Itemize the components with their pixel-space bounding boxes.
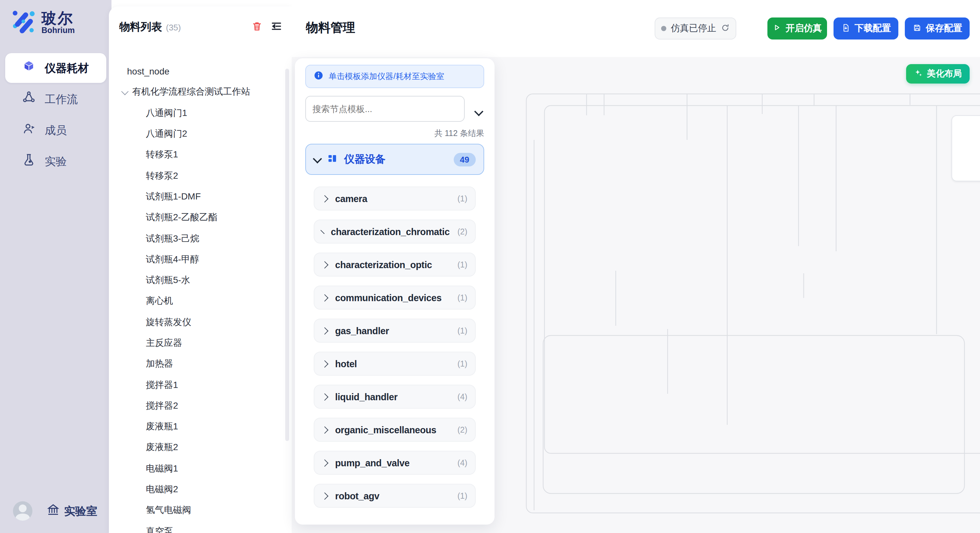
- tree-item-20[interactable]: 真空泵: [109, 521, 285, 533]
- category-list: camera(1)characterization_chromatic(2)ch…: [314, 187, 476, 517]
- chevron-right-icon: [321, 393, 329, 401]
- avatar[interactable]: [13, 501, 32, 521]
- category-row-organic_miscellaneous[interactable]: organic_miscellaneous(2): [314, 418, 476, 442]
- chevron-right-icon: [321, 459, 329, 466]
- category-row-gas_handler[interactable]: gas_handler(1): [314, 319, 476, 343]
- materials-scrollbar[interactable]: [285, 69, 289, 441]
- chevron-right-icon: [321, 195, 329, 202]
- experiments-icon: [22, 153, 36, 170]
- chevron-right-icon: [321, 360, 329, 368]
- tree-item-19[interactable]: 氢气电磁阀: [109, 500, 285, 521]
- materials-count: (35): [166, 22, 181, 32]
- trash-icon[interactable]: [251, 21, 262, 34]
- collapse-list-icon[interactable]: [270, 20, 283, 35]
- chevron-right-icon: [321, 426, 329, 434]
- tree-item-4[interactable]: 试剂瓶1-DMF: [109, 187, 285, 208]
- category-instruments-header[interactable]: 仪器设备 49: [305, 144, 484, 175]
- beautify-layout-button[interactable]: 美化布局: [906, 64, 970, 84]
- category-row-robot_agv[interactable]: robot_agv(1): [314, 484, 476, 508]
- bohrium-logo-icon: [10, 8, 36, 37]
- sidebar-item-workflow[interactable]: 工作流: [5, 84, 106, 114]
- sim-status-pill[interactable]: 仿真已停止: [655, 17, 736, 40]
- chevron-right-icon: [321, 294, 329, 301]
- materials-title: 物料列表: [119, 20, 162, 34]
- result-count: 共 112 条结果: [434, 128, 484, 139]
- search-input[interactable]: [305, 96, 465, 122]
- tree-item-9[interactable]: 离心机: [109, 291, 285, 312]
- tree-item-15[interactable]: 废液瓶1: [109, 416, 285, 438]
- collapse-all-icon[interactable]: [475, 106, 482, 118]
- grid-icon: [327, 152, 338, 166]
- tree-item-1[interactable]: 八通阀门2: [109, 124, 285, 145]
- start-simulation-button[interactable]: 开启仿真: [767, 17, 827, 40]
- category-row-camera[interactable]: camera(1): [314, 187, 476, 211]
- info-icon: [314, 71, 323, 82]
- main-header: 物料管理 仿真已停止 开启仿真 下载配置: [292, 0, 980, 57]
- category-row-liquid_handler[interactable]: liquid_handler(4): [314, 385, 476, 409]
- logo-en: Bohrium: [41, 26, 75, 35]
- category-count-badge: 49: [453, 152, 476, 166]
- tree-item-5[interactable]: 试剂瓶2-乙酸乙酯: [109, 207, 285, 228]
- tree-item-7[interactable]: 试剂瓶4-甲醇: [109, 249, 285, 270]
- bank-icon: [47, 503, 60, 519]
- members-icon: [22, 122, 36, 139]
- status-dot-icon: [661, 26, 666, 31]
- tree-item-0[interactable]: 八通阀门1: [109, 103, 285, 124]
- refresh-icon[interactable]: [721, 23, 730, 34]
- sidebar-item-experiments[interactable]: 实验: [5, 146, 106, 176]
- workflow-icon: [22, 90, 36, 108]
- category-row-pump_and_valve[interactable]: pump_and_valve(4): [314, 451, 476, 475]
- logo-cn: 玻尔: [41, 10, 75, 26]
- page-title: 物料管理: [306, 19, 355, 36]
- tree-item-14[interactable]: 搅拌器2: [109, 396, 285, 417]
- tree-item-6[interactable]: 试剂瓶3-己烷: [109, 228, 285, 249]
- chevron-right-icon: [321, 261, 329, 268]
- play-icon: [773, 23, 781, 34]
- sidebar-nav: 仪器耗材工作流成员实验: [0, 52, 111, 178]
- graph-node-hidden-0[interactable]: [951, 115, 980, 181]
- chevron-down-icon: [121, 88, 129, 95]
- sparkles-icon: [914, 68, 923, 79]
- tree-item-12[interactable]: 加热器: [109, 354, 285, 374]
- logo: 玻尔 Bohrium: [10, 8, 75, 37]
- tree-item-13[interactable]: 搅拌器1: [109, 374, 285, 396]
- chevron-right-icon: [321, 327, 329, 335]
- tree-item-18[interactable]: 电磁阀2: [109, 479, 285, 500]
- instruments-icon: [22, 60, 36, 76]
- category-row-characterization_chromatic[interactable]: characterization_chromatic(2): [314, 219, 476, 244]
- sidebar-item-members[interactable]: 成员: [5, 115, 106, 145]
- materials-tree: host_node有机化学流程综合测试工作站八通阀门1八通阀门2转移泵1转移泵2…: [109, 61, 285, 533]
- tree-item-8[interactable]: 试剂瓶5-水: [109, 270, 285, 291]
- download-file-icon: [841, 23, 850, 34]
- save-config-button[interactable]: 保存配置: [905, 17, 970, 40]
- tree-item-10[interactable]: 旋转蒸发仪: [109, 312, 285, 333]
- category-row-communication_devices[interactable]: communication_devices(1): [314, 286, 476, 309]
- sidebar-item-laboratory[interactable]: 实验室: [47, 503, 97, 519]
- app-window: 玻尔 Bohrium 仪器耗材工作流成员实验 实验室 物料列表 (35): [0, 0, 980, 533]
- chevron-right-icon: [320, 229, 325, 233]
- save-icon: [912, 23, 921, 34]
- category-row-hotel[interactable]: hotel(1): [314, 352, 476, 376]
- tree-item-host-node[interactable]: host_node: [109, 61, 285, 82]
- app-sidebar: 玻尔 Bohrium 仪器耗材工作流成员实验 实验室: [0, 0, 111, 533]
- download-config-button[interactable]: 下载配置: [834, 17, 898, 40]
- tree-item-11[interactable]: 主反应器: [109, 333, 285, 354]
- chevron-down-icon: [313, 154, 322, 163]
- materials-panel: 物料列表 (35) host_node有机化学流程综合测试工作站八通阀门1八通阀…: [109, 6, 292, 533]
- tree-item-17[interactable]: 电磁阀1: [109, 458, 285, 479]
- tree-item-16[interactable]: 废液瓶2: [109, 438, 285, 458]
- tree-item-3[interactable]: 转移泵2: [109, 165, 285, 187]
- category-row-characterization_optic[interactable]: characterization_optic(1): [314, 252, 476, 276]
- tree-item-workstation[interactable]: 有机化学流程综合测试工作站: [109, 82, 285, 103]
- tree-item-2[interactable]: 转移泵1: [109, 144, 285, 165]
- template-panel: 单击模板添加仪器/耗材至实验室 共 112 条结果 仪器设备 49 camera…: [295, 58, 495, 525]
- chevron-right-icon: [321, 492, 329, 500]
- sidebar-item-instruments[interactable]: 仪器耗材: [5, 53, 106, 83]
- template-hint-banner: 单击模板添加仪器/耗材至实验室: [305, 65, 484, 88]
